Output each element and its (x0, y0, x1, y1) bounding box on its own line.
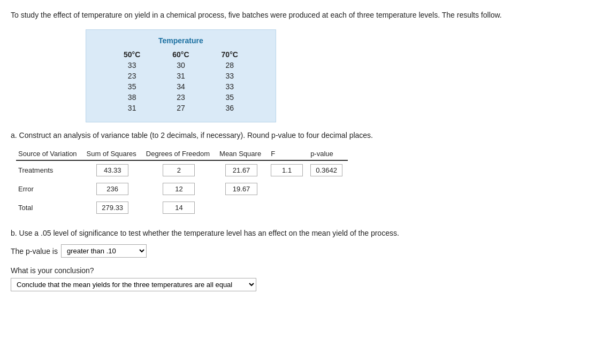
temp-data-row: 382335 (108, 92, 254, 103)
anova-pvalue (308, 198, 348, 217)
temp-cell: 31 (108, 103, 156, 113)
anova-col-header: Mean Square (217, 148, 269, 160)
anova-row-label: Total (16, 198, 85, 217)
temp-data-row: 312736 (108, 103, 254, 113)
anova-sum-squares: 279.33 (85, 198, 144, 217)
anova-sum-squares: 43.33 (85, 160, 144, 180)
anova-row: Error2361219.67 (16, 180, 348, 198)
anova-sum-squares: 236 (85, 180, 144, 198)
temp-cell: 23 (108, 71, 156, 81)
pvalue-select[interactable]: less than .01between .01 and .025between… (61, 244, 147, 258)
anova-ms-box: 21.67 (225, 164, 257, 176)
anova-df: 12 (144, 180, 217, 198)
temp-cell: 30 (156, 60, 205, 71)
temp-cell: 28 (205, 60, 254, 71)
anova-mean-square: 21.67 (217, 160, 269, 180)
anova-f (269, 180, 308, 198)
anova-mean-square: 19.67 (217, 180, 269, 198)
anova-mean-square (217, 198, 269, 217)
anova-pvalue (308, 180, 348, 198)
conclusion-select[interactable]: Conclude that the mean yields for the th… (11, 278, 256, 291)
what-conclusion-label: What is your conclusion? (11, 266, 599, 275)
section-b: b. Use a .05 level of significance to te… (11, 228, 599, 291)
intro-text: To study the effect of temperature on yi… (11, 10, 599, 21)
anova-df: 14 (144, 198, 217, 217)
temp-cell: 36 (205, 103, 254, 113)
anova-row: Treatments43.33221.671.10.3642 (16, 160, 348, 180)
anova-ss-box: 43.33 (96, 164, 128, 176)
temperature-table-container: Temperature 50°C60°C70°C 333028233133353… (86, 29, 276, 122)
anova-pvalue-box: 0.3642 (310, 164, 342, 176)
section-a-label: a. Construct an analysis of variance tab… (11, 130, 599, 141)
temp-cell: 34 (156, 81, 205, 92)
temp-cell: 35 (205, 92, 254, 103)
anova-col-header: Source of Variation (16, 148, 85, 160)
anova-col-header: Degrees of Freedom (144, 148, 217, 160)
anova-pvalue: 0.3642 (308, 160, 348, 180)
temp-cell: 33 (205, 71, 254, 81)
anova-f (269, 198, 308, 217)
anova-col-header: p-value (308, 148, 348, 160)
temp-cell: 33 (205, 81, 254, 92)
anova-col-header: Sum of Squares (85, 148, 144, 160)
temp-cell: 27 (156, 103, 205, 113)
temperature-title: Temperature (108, 36, 254, 45)
temp-col-header: 50°C (108, 49, 156, 60)
temp-data-row: 233133 (108, 71, 254, 81)
anova-col-header: F (269, 148, 308, 160)
anova-ss-box: 236 (96, 183, 128, 195)
anova-ss-box: 279.33 (96, 202, 128, 214)
temp-cell: 23 (156, 92, 205, 103)
anova-df-box: 14 (163, 202, 195, 214)
anova-df: 2 (144, 160, 217, 180)
temp-cell: 38 (108, 92, 156, 103)
anova-df-box: 2 (163, 164, 195, 176)
anova-f: 1.1 (269, 160, 308, 180)
conclusion-row: Conclude that the mean yields for the th… (11, 278, 599, 291)
anova-row-label: Treatments (16, 160, 85, 180)
temp-data-row: 353433 (108, 81, 254, 92)
anova-f-box: 1.1 (271, 164, 303, 176)
anova-df-box: 12 (163, 183, 195, 195)
pvalue-row: The p-value is less than .01between .01 … (11, 244, 599, 258)
temperature-data-table: 50°C60°C70°C 333028233133353433382335312… (108, 49, 254, 113)
temp-cell: 33 (108, 60, 156, 71)
anova-ms-box: 19.67 (225, 183, 257, 195)
temp-col-header: 60°C (156, 49, 205, 60)
anova-row: Total279.3314 (16, 198, 348, 217)
section-b-label: b. Use a .05 level of significance to te… (11, 228, 599, 239)
pvalue-text-label: The p-value is (11, 247, 58, 255)
anova-row-label: Error (16, 180, 85, 198)
temp-col-header: 70°C (205, 49, 254, 60)
anova-table: Source of VariationSum of SquaresDegrees… (16, 148, 348, 217)
temp-cell: 31 (156, 71, 205, 81)
temp-cell: 35 (108, 81, 156, 92)
temp-data-row: 333028 (108, 60, 254, 71)
